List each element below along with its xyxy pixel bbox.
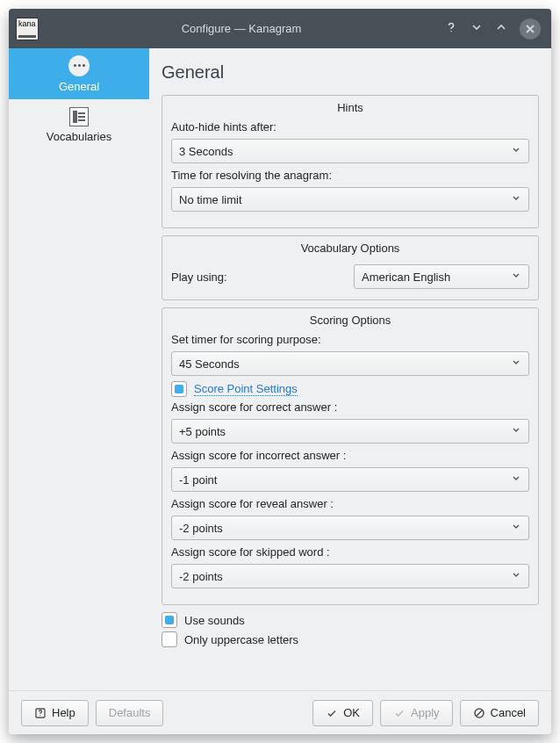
- label-resolve-time: Time for resolving the anagram:: [171, 169, 529, 182]
- checkbox-label: Score Point Settings: [194, 382, 298, 396]
- svg-point-0: [450, 31, 452, 32]
- checkbox-icon: [162, 612, 177, 628]
- label-autohide: Auto-hide hints after:: [171, 120, 529, 133]
- label-incorrect-score: Assign score for incorrect answer :: [171, 449, 529, 462]
- chevron-down-icon: [511, 473, 521, 487]
- group-legend: Scoring Options: [162, 314, 538, 327]
- group-legend: Hints: [162, 101, 538, 114]
- chevron-down-icon: [511, 425, 521, 438]
- help-button[interactable]: Help: [21, 700, 89, 726]
- chevron-down-icon: [511, 357, 521, 371]
- combo-value: +5 points: [179, 425, 226, 438]
- combo-reveal-score[interactable]: -2 points: [171, 516, 529, 540]
- chevron-down-icon: [511, 271, 521, 284]
- main-panel: General Hints Auto-hide hints after: 3 S…: [149, 48, 551, 690]
- close-button[interactable]: [520, 18, 541, 40]
- combo-language[interactable]: American English: [354, 264, 529, 289]
- defaults-button[interactable]: Defaults: [96, 700, 164, 726]
- combo-value: -1 point: [179, 473, 217, 487]
- button-label: Help: [52, 706, 75, 719]
- chevron-up-icon[interactable]: [495, 21, 507, 36]
- label-scoring-timer: Set timer for scoring purpose:: [171, 333, 529, 346]
- sidebar-item-vocabularies[interactable]: Vocabularies: [9, 99, 149, 150]
- combo-value: American English: [362, 271, 450, 284]
- sidebar: General Vocabularies: [9, 48, 149, 690]
- more-icon: [68, 55, 90, 76]
- combo-correct-score[interactable]: +5 points: [171, 419, 529, 444]
- label-reveal-score: Assign score for reveal answer :: [171, 497, 529, 510]
- chevron-down-icon: [511, 193, 521, 206]
- label-skipped-score: Assign score for skipped word :: [171, 545, 529, 559]
- label-correct-score: Assign score for correct answer :: [171, 400, 529, 414]
- chevron-down-icon: [511, 145, 521, 158]
- page-title: General: [162, 62, 539, 83]
- label-play-using: Play using:: [171, 271, 227, 284]
- chevron-down-icon: [511, 522, 521, 535]
- combo-value: -2 points: [179, 522, 223, 535]
- button-label: OK: [343, 706, 360, 719]
- svg-point-2: [39, 714, 40, 715]
- app-icon: kana: [16, 18, 39, 40]
- combo-resolve-time[interactable]: No time limit: [171, 187, 529, 212]
- combo-value: 3 Seconds: [179, 145, 233, 158]
- sidebar-item-label: Vocabularies: [47, 130, 111, 143]
- group-legend: Vocabulary Options: [162, 242, 538, 255]
- checkbox-label: Use sounds: [184, 614, 245, 627]
- combo-incorrect-score[interactable]: -1 point: [171, 467, 529, 492]
- checkbox-uppercase[interactable]: Only uppercase letters: [162, 631, 539, 647]
- combo-scoring-timer[interactable]: 45 Seconds: [171, 351, 529, 376]
- sidebar-item-label: General: [59, 80, 99, 93]
- combo-value: No time limit: [179, 193, 242, 206]
- checkbox-label: Only uppercase letters: [184, 633, 298, 646]
- configure-dialog: kana Configure — Kanagram: [9, 9, 551, 734]
- vocabulary-icon: [69, 107, 89, 126]
- combo-value: -2 points: [179, 570, 223, 583]
- cancel-button[interactable]: Cancel: [460, 700, 539, 726]
- button-label: Apply: [411, 706, 440, 719]
- window-title: Configure — Kanagram: [39, 22, 444, 35]
- combo-autohide[interactable]: 3 Seconds: [171, 139, 529, 163]
- button-label: Cancel: [491, 706, 526, 719]
- help-icon[interactable]: [444, 20, 458, 37]
- checkbox-icon: [171, 381, 187, 397]
- group-hints: Hints Auto-hide hints after: 3 Seconds T…: [162, 95, 539, 228]
- chevron-down-icon: [511, 570, 521, 583]
- ok-button[interactable]: OK: [312, 700, 373, 726]
- chevron-down-icon[interactable]: [470, 21, 483, 36]
- checkbox-icon: [162, 631, 177, 647]
- combo-skipped-score[interactable]: -2 points: [171, 564, 529, 588]
- checkbox-score-point-settings[interactable]: Score Point Settings: [171, 381, 529, 397]
- titlebar[interactable]: kana Configure — Kanagram: [9, 9, 551, 48]
- sidebar-item-general[interactable]: General: [9, 48, 149, 99]
- apply-button[interactable]: Apply: [380, 700, 453, 726]
- group-scoring: Scoring Options Set timer for scoring pu…: [162, 307, 539, 605]
- group-vocabulary: Vocabulary Options Play using: American …: [162, 235, 539, 300]
- combo-value: 45 Seconds: [179, 357, 240, 371]
- checkbox-use-sounds[interactable]: Use sounds: [162, 612, 539, 628]
- button-label: Defaults: [109, 706, 151, 719]
- dialog-footer: Help Defaults OK Apply Cancel: [9, 690, 551, 734]
